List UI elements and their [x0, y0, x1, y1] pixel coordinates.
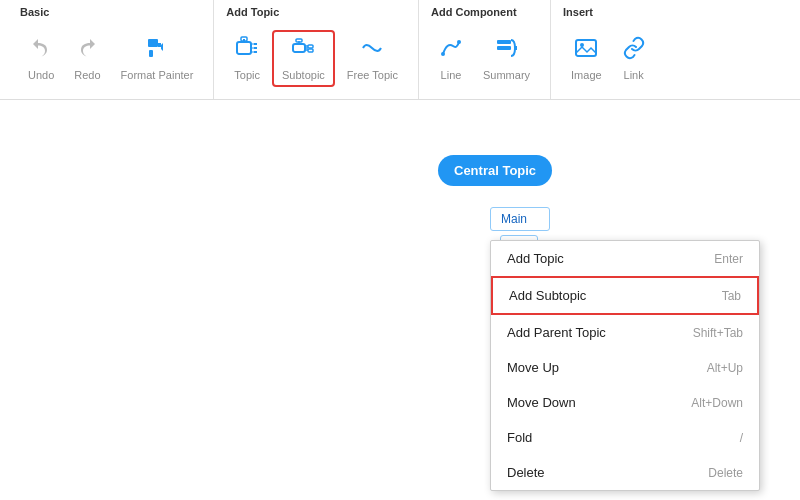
- topic-icon: [235, 36, 259, 65]
- image-icon: [574, 36, 598, 65]
- context-menu-move-up[interactable]: Move Up Alt+Up: [491, 350, 759, 385]
- summary-label: Summary: [483, 69, 530, 81]
- context-menu-add-parent-topic[interactable]: Add Parent Topic Shift+Tab: [491, 315, 759, 350]
- context-menu-add-topic-shortcut: Enter: [714, 252, 743, 266]
- free-topic-button[interactable]: Free Topic: [339, 32, 406, 85]
- svg-rect-2: [237, 42, 251, 54]
- redo-label: Redo: [74, 69, 100, 81]
- context-menu-fold-label: Fold: [507, 430, 532, 445]
- topic-button[interactable]: Topic: [226, 32, 268, 85]
- svg-rect-0: [148, 39, 158, 47]
- central-topic-label: Central Topic: [454, 163, 536, 178]
- toolbar-group-add-component: Add Component Line: [419, 0, 551, 99]
- svg-rect-22: [497, 46, 511, 50]
- context-menu-add-subtopic-shortcut: Tab: [722, 289, 741, 303]
- svg-point-20: [457, 40, 461, 44]
- svg-rect-21: [497, 40, 511, 44]
- redo-button[interactable]: Redo: [66, 32, 108, 85]
- free-topic-icon: [360, 36, 384, 65]
- group-label-insert: Insert: [563, 6, 593, 18]
- group-label-add-component: Add Component: [431, 6, 517, 18]
- undo-icon: [29, 36, 53, 65]
- context-menu-move-down[interactable]: Move Down Alt+Down: [491, 385, 759, 420]
- summary-icon: [495, 36, 519, 65]
- context-menu-move-down-label: Move Down: [507, 395, 576, 410]
- subtopic-label: Subtopic: [282, 69, 325, 81]
- line-button[interactable]: Line: [431, 32, 471, 85]
- context-menu-move-down-shortcut: Alt+Down: [691, 396, 743, 410]
- context-menu-move-up-label: Move Up: [507, 360, 559, 375]
- main-topic-label: Main: [501, 212, 527, 226]
- context-menu-delete[interactable]: Delete Delete: [491, 455, 759, 490]
- toolbar-group-add-topic: Add Topic Topic: [214, 0, 419, 99]
- main-topic-node[interactable]: Main: [490, 207, 550, 231]
- context-menu-move-up-shortcut: Alt+Up: [707, 361, 743, 375]
- redo-icon: [75, 36, 99, 65]
- toolbar: Basic Undo Redo: [0, 0, 800, 100]
- line-icon: [439, 36, 463, 65]
- central-topic-node[interactable]: Central Topic: [438, 155, 552, 186]
- context-menu-add-parent-topic-label: Add Parent Topic: [507, 325, 606, 340]
- link-button[interactable]: Link: [614, 32, 654, 85]
- svg-point-19: [441, 52, 445, 56]
- add-topic-group-items: Topic Subtopic: [226, 22, 406, 95]
- add-component-group-items: Line Summary: [431, 22, 538, 95]
- insert-group-items: Image Link: [563, 22, 654, 95]
- free-topic-label: Free Topic: [347, 69, 398, 81]
- svg-rect-11: [293, 44, 305, 52]
- topic-label: Topic: [234, 69, 260, 81]
- image-label: Image: [571, 69, 602, 81]
- subtopic-button[interactable]: Subtopic: [272, 30, 335, 87]
- link-icon: [622, 36, 646, 65]
- toolbar-group-basic: Basic Undo Redo: [8, 0, 214, 99]
- canvas-area: Central Topic Main Sub Add Topic Enter A…: [0, 100, 800, 500]
- context-menu-delete-shortcut: Delete: [708, 466, 743, 480]
- line-label: Line: [441, 69, 462, 81]
- svg-rect-1: [149, 50, 153, 57]
- link-label: Link: [624, 69, 644, 81]
- context-menu-add-subtopic-label: Add Subtopic: [509, 288, 586, 303]
- svg-rect-15: [308, 45, 313, 48]
- toolbar-group-insert: Insert Image: [551, 0, 666, 99]
- context-menu-add-topic-label: Add Topic: [507, 251, 564, 266]
- summary-button[interactable]: Summary: [475, 32, 538, 85]
- svg-rect-16: [308, 49, 313, 52]
- format-painter-button[interactable]: Format Painter: [113, 32, 202, 85]
- context-menu-add-topic[interactable]: Add Topic Enter: [491, 241, 759, 276]
- undo-label: Undo: [28, 69, 54, 81]
- basic-group-items: Undo Redo: [20, 22, 201, 95]
- group-label-basic: Basic: [20, 6, 49, 18]
- context-menu-fold-shortcut: /: [740, 431, 743, 445]
- context-menu-add-subtopic[interactable]: Add Subtopic Tab: [491, 276, 759, 315]
- image-button[interactable]: Image: [563, 32, 610, 85]
- format-painter-icon: [145, 36, 169, 65]
- context-menu-add-parent-topic-shortcut: Shift+Tab: [693, 326, 743, 340]
- subtopic-icon: [291, 36, 315, 65]
- context-menu-fold[interactable]: Fold /: [491, 420, 759, 455]
- svg-rect-18: [296, 39, 302, 42]
- svg-rect-24: [576, 40, 596, 56]
- format-painter-label: Format Painter: [121, 69, 194, 81]
- svg-rect-23: [515, 46, 517, 50]
- group-label-add-topic: Add Topic: [226, 6, 279, 18]
- undo-button[interactable]: Undo: [20, 32, 62, 85]
- context-menu-delete-label: Delete: [507, 465, 545, 480]
- context-menu: Add Topic Enter Add Subtopic Tab Add Par…: [490, 240, 760, 491]
